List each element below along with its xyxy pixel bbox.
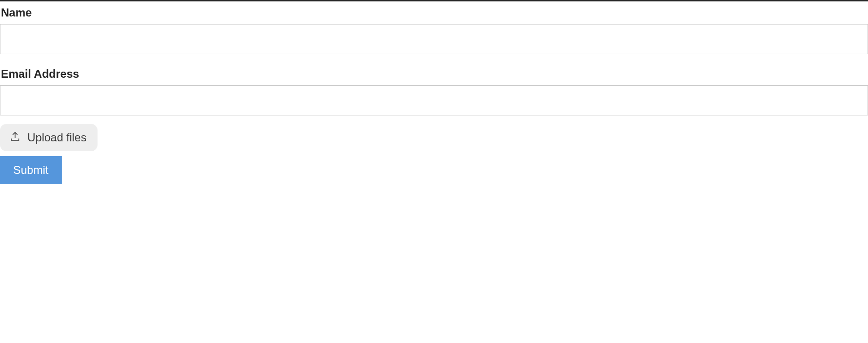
- email-field: Email Address: [0, 63, 868, 115]
- upload-field: Upload files: [0, 124, 868, 156]
- name-field: Name: [0, 1, 868, 54]
- email-label: Email Address: [0, 63, 868, 81]
- submit-field: Submit: [0, 156, 868, 184]
- form-container: Name Email Address Upload files Submit: [0, 1, 868, 184]
- email-input[interactable]: [0, 85, 868, 115]
- submit-button[interactable]: Submit: [0, 156, 62, 184]
- upload-files-label: Upload files: [27, 131, 86, 144]
- upload-icon: [9, 131, 21, 145]
- submit-label: Submit: [13, 163, 49, 176]
- name-input[interactable]: [0, 24, 868, 54]
- name-label: Name: [0, 1, 868, 19]
- upload-files-button[interactable]: Upload files: [0, 124, 98, 151]
